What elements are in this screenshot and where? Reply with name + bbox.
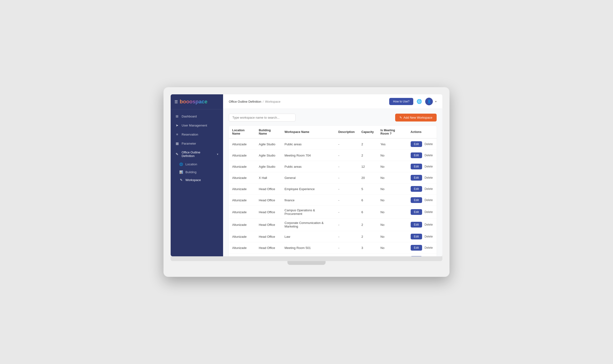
delete-button[interactable]: Delete	[424, 164, 433, 169]
cell-meeting: No	[377, 195, 407, 206]
edit-button[interactable]: Edit	[411, 209, 422, 215]
cell-capacity: 5	[358, 183, 377, 195]
delete-button[interactable]: Delete	[424, 141, 433, 147]
delete-button[interactable]: Delete	[424, 153, 433, 158]
reservation-icon: ≡	[175, 132, 179, 136]
sidebar-item-office-outline[interactable]: ✎ Office Outline Definition ▼	[171, 148, 223, 160]
sidebar-item-user-management-label: User Management	[182, 124, 207, 127]
table-row: Altunizade Agile Studio Public areas - 1…	[229, 161, 437, 172]
dashboard-icon: ⊞	[175, 114, 179, 118]
edit-button[interactable]: Edit	[411, 153, 422, 158]
cell-building: X Hall	[255, 172, 281, 183]
cell-workspace: Public areas	[281, 161, 335, 172]
cell-capacity: 2	[358, 219, 377, 231]
cell-meeting: No	[377, 231, 407, 242]
cell-actions: Edit Delete	[407, 206, 437, 219]
cell-actions: Edit Delete	[407, 195, 437, 206]
edit-button[interactable]: Edit	[411, 245, 422, 251]
cell-location: Altunizade	[229, 206, 255, 219]
cell-description: -	[335, 195, 358, 206]
add-icon: ✎	[400, 116, 402, 119]
edit-button[interactable]: Edit	[411, 256, 422, 256]
cell-actions: Edit Delete	[407, 138, 437, 150]
office-outline-icon: ✎	[175, 152, 179, 156]
delete-button[interactable]: Delete	[424, 234, 433, 239]
breadcrumb-main: Office Outline Definition	[229, 100, 261, 104]
search-input[interactable]	[229, 114, 295, 121]
cell-capacity: 12	[358, 161, 377, 172]
edit-button[interactable]: Edit	[411, 234, 422, 239]
hamburger-icon[interactable]: ☰	[174, 100, 178, 104]
top-bar-right: How to Use? 🌐 👤 ▾	[389, 98, 437, 105]
table-row: Altunizade Agile Studio Meeting Room 704…	[229, 150, 437, 161]
delete-button[interactable]: Delete	[424, 245, 433, 251]
cell-actions: Edit Delete	[407, 183, 437, 195]
edit-button[interactable]: Edit	[411, 175, 422, 181]
cell-meeting: No	[377, 219, 407, 231]
cell-description: -	[335, 183, 358, 195]
cell-workspace: Corporate Communication & Marketing	[281, 219, 335, 231]
cell-building: Head Office	[255, 206, 281, 219]
globe-button[interactable]: 🌐	[416, 98, 423, 105]
edit-button[interactable]: Edit	[411, 186, 422, 192]
cell-actions: Edit Delete	[407, 242, 437, 253]
location-icon: 🌐	[179, 162, 183, 166]
cell-meeting: No	[377, 183, 407, 195]
sidebar-item-building[interactable]: 📊 Building	[171, 168, 223, 176]
col-actions: Actions	[407, 126, 437, 138]
sidebar-item-workspace-label: Workspace	[186, 178, 201, 182]
cell-capacity: 2	[358, 231, 377, 242]
cell-building: Agile Studio	[255, 150, 281, 161]
cell-capacity: 2	[358, 253, 377, 257]
cell-description: -	[335, 219, 358, 231]
sidebar-item-reservation[interactable]: ≡ Reservation	[171, 130, 223, 139]
building-icon: 📊	[179, 170, 183, 174]
cell-building: Head Office	[255, 253, 281, 257]
col-meeting: Is Meeting Room ?	[377, 126, 407, 138]
delete-button[interactable]: Delete	[424, 197, 433, 203]
toolbar: ✎ Add New Workspace	[229, 114, 437, 121]
workspace-table: Location Name Building Name Workspace Na…	[229, 126, 437, 256]
add-workspace-button[interactable]: ✎ Add New Workspace	[395, 114, 437, 121]
logo-text: booospace	[180, 99, 207, 105]
edit-button[interactable]: Edit	[411, 197, 422, 203]
cell-meeting: Yes	[377, 138, 407, 150]
cell-workspace: Meeting Room 704	[281, 150, 335, 161]
delete-button[interactable]: Delete	[424, 222, 433, 228]
cell-description: -	[335, 161, 358, 172]
cell-location: Altunizade	[229, 150, 255, 161]
how-to-use-button[interactable]: How to Use?	[389, 98, 413, 105]
edit-button[interactable]: Edit	[411, 164, 422, 169]
delete-button[interactable]: Delete	[424, 186, 433, 192]
sidebar-item-user-management[interactable]: ➤ User Management	[171, 121, 223, 130]
dropdown-arrow-icon[interactable]: ▾	[435, 100, 437, 103]
sidebar-item-workspace[interactable]: ✎ Workspace	[171, 176, 223, 184]
cell-workspace: finance	[281, 195, 335, 206]
sidebar-item-parameter[interactable]: ▦ Parameter	[171, 139, 223, 148]
cell-description: -	[335, 253, 358, 257]
cell-capacity: 3	[358, 242, 377, 253]
sidebar-item-location[interactable]: 🌐 Location	[171, 160, 223, 168]
sidebar-item-dashboard[interactable]: ⊞ Dashboard	[171, 112, 223, 121]
edit-button[interactable]: Edit	[411, 222, 422, 228]
cell-actions: Edit Delete	[407, 253, 437, 257]
col-description: Description	[335, 126, 358, 138]
delete-button[interactable]: Delete	[424, 209, 433, 215]
cell-location: Altunizade	[229, 231, 255, 242]
delete-button[interactable]: Delete	[424, 256, 433, 256]
cell-workspace: Meeting Room 502	[281, 253, 335, 257]
cell-building: Head Office	[255, 183, 281, 195]
col-workspace: Workspace Name	[281, 126, 335, 138]
cell-workspace: Public areas	[281, 138, 335, 150]
breadcrumb: Office Outline Definition / Workspace	[229, 100, 280, 104]
delete-button[interactable]: Delete	[424, 175, 433, 181]
cell-actions: Edit Delete	[407, 161, 437, 172]
avatar-button[interactable]: 👤	[425, 98, 433, 105]
cell-capacity: 6	[358, 206, 377, 219]
cell-actions: Edit Delete	[407, 231, 437, 242]
table-row: Altunizade Head Office Meeting Room 501 …	[229, 242, 437, 253]
sidebar-logo: ☰ booospace	[171, 94, 223, 109]
edit-button[interactable]: Edit	[411, 141, 422, 147]
cell-description: -	[335, 231, 358, 242]
chevron-down-icon: ▼	[216, 153, 219, 156]
